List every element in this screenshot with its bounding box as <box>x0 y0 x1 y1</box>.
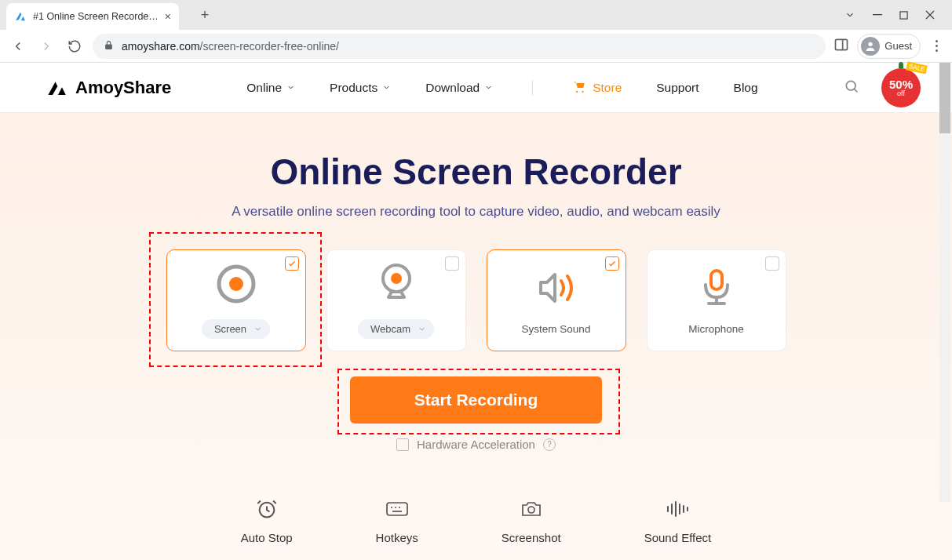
logo[interactable]: AmoyShare <box>47 78 171 98</box>
help-icon[interactable]: ? <box>543 438 556 451</box>
nav-download[interactable]: Download <box>425 81 493 95</box>
nav-online[interactable]: Online <box>246 81 295 95</box>
nav-blog[interactable]: Blog <box>734 81 758 95</box>
profile-chip[interactable]: Guest <box>857 34 921 59</box>
main-nav: Online Products Download Store Support B… <box>246 80 757 96</box>
feature-sound-effect[interactable]: Sound Effect <box>644 498 712 544</box>
nav-separator <box>532 80 533 96</box>
chevron-down-icon[interactable] <box>844 9 855 20</box>
page-body: Online Screen Recorder A versatile onlin… <box>0 113 952 560</box>
forward-button[interactable] <box>36 36 57 56</box>
svg-point-5 <box>846 81 855 90</box>
svg-rect-1 <box>900 11 907 18</box>
reload-button[interactable] <box>64 36 85 56</box>
svg-line-6 <box>854 89 857 92</box>
chevron-down-icon <box>382 83 391 92</box>
cart-icon <box>572 81 586 95</box>
card-webcam[interactable]: Webcam <box>326 249 466 351</box>
feature-row: Auto Stop Hotkeys Screenshot Sound Effec… <box>0 498 952 544</box>
lock-icon <box>104 40 114 53</box>
search-icon <box>844 78 859 94</box>
chevron-down-icon <box>254 325 262 333</box>
sale-percent: 50% <box>889 78 913 90</box>
svg-point-4 <box>869 42 873 45</box>
hwaccel-checkbox[interactable] <box>396 438 409 451</box>
chevron-down-icon <box>484 83 493 92</box>
new-tab-button[interactable]: + <box>193 3 217 27</box>
browser-chrome: #1 Online Screen Recorder - F × + amoysh… <box>0 0 952 63</box>
sale-badge[interactable]: SALE 50% off <box>881 68 921 107</box>
sale-off: off <box>897 90 905 97</box>
svg-rect-11 <box>711 271 722 289</box>
favicon-icon <box>14 10 27 23</box>
waveform-icon <box>665 498 690 520</box>
start-recording-button[interactable]: Start Recording <box>350 376 603 424</box>
svg-rect-0 <box>873 14 882 15</box>
side-panel-icon[interactable] <box>833 37 849 56</box>
window-controls <box>844 9 946 20</box>
card-label: Microphone <box>688 323 744 335</box>
nav-support[interactable]: Support <box>656 81 698 95</box>
maximize-icon[interactable] <box>899 11 908 20</box>
avatar-icon <box>861 37 880 56</box>
tab-bar: #1 Online Screen Recorder - F × + <box>0 0 952 30</box>
chevron-down-icon <box>418 325 426 333</box>
record-icon <box>215 263 257 305</box>
svg-rect-15 <box>387 503 407 515</box>
checkbox-icon[interactable] <box>285 256 299 271</box>
browser-toolbar: amoyshare.com/screen-recorder-free-onlin… <box>0 30 952 63</box>
checkbox-icon[interactable] <box>765 256 779 271</box>
card-microphone[interactable]: Microphone <box>647 249 786 351</box>
scrollbar[interactable] <box>939 63 950 502</box>
url-domain: amoyshare.com <box>122 40 200 53</box>
source-cards: Screen Webcam System Sound Microphone <box>0 249 952 351</box>
card-label: System Sound <box>522 323 591 335</box>
tab-title: #1 Online Screen Recorder - F <box>33 11 159 22</box>
leaf-icon <box>899 62 903 68</box>
brand-text: AmoyShare <box>75 78 171 98</box>
chevron-down-icon <box>286 83 295 92</box>
back-button[interactable] <box>8 36 28 56</box>
webcam-dropdown[interactable]: Webcam <box>358 319 434 339</box>
hardware-accel-row: Hardware Acceleration ? <box>0 438 952 451</box>
nav-products[interactable]: Products <box>330 81 391 95</box>
nav-store[interactable]: Store <box>572 81 622 95</box>
tab-close-icon[interactable]: × <box>165 10 171 23</box>
webcam-icon <box>378 263 415 305</box>
checkbox-icon[interactable] <box>445 256 459 271</box>
page-subtitle: A versatile online screen recording tool… <box>0 204 952 220</box>
feature-hotkeys[interactable]: Hotkeys <box>376 498 418 544</box>
svg-point-20 <box>528 507 534 513</box>
screen-dropdown[interactable]: Screen <box>202 319 270 339</box>
svg-point-10 <box>391 273 402 284</box>
browser-tab[interactable]: #1 Online Screen Recorder - F × <box>6 3 179 30</box>
start-wrap: Start Recording <box>0 376 952 424</box>
alarm-icon <box>256 498 278 520</box>
keyboard-icon <box>385 498 409 520</box>
minimize-icon[interactable] <box>873 10 882 20</box>
logo-icon <box>47 79 69 96</box>
card-system-sound[interactable]: System Sound <box>487 249 626 351</box>
search-button[interactable] <box>844 78 859 97</box>
page-title: Online Screen Recorder <box>0 151 952 193</box>
feature-auto-stop[interactable]: Auto Stop <box>241 498 293 544</box>
close-window-icon[interactable] <box>925 10 935 20</box>
hwaccel-label: Hardware Acceleration <box>417 438 535 451</box>
menu-icon[interactable] <box>928 40 944 52</box>
feature-screenshot[interactable]: Screenshot <box>502 498 561 544</box>
url-path: /screen-recorder-free-online/ <box>200 40 339 53</box>
site-header: AmoyShare Online Products Download Store… <box>0 63 952 113</box>
scrollbar-thumb[interactable] <box>939 63 950 133</box>
card-screen[interactable]: Screen <box>166 249 306 351</box>
svg-point-8 <box>229 277 243 291</box>
microphone-icon <box>699 267 734 309</box>
profile-label: Guest <box>885 40 912 52</box>
svg-rect-2 <box>836 39 848 49</box>
speaker-icon <box>536 267 577 309</box>
address-bar[interactable]: amoyshare.com/screen-recorder-free-onlin… <box>93 34 826 59</box>
checkbox-icon[interactable] <box>605 256 619 271</box>
camera-icon <box>520 498 542 520</box>
